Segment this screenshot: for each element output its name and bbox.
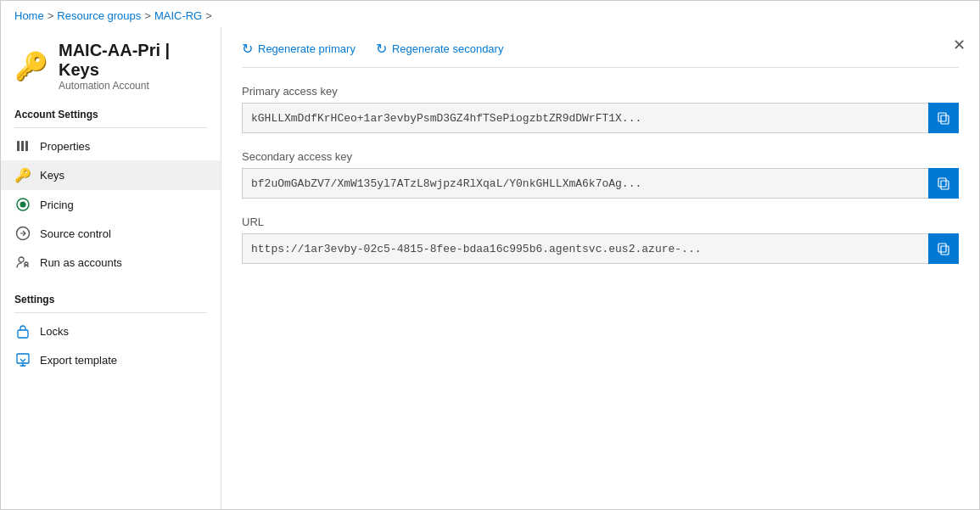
- layout: 🔑 MAIC-AA-Pri | Keys Automation Account …: [1, 27, 979, 509]
- breadcrumb-maic-rg[interactable]: MAIC-RG: [154, 9, 202, 22]
- svg-rect-2: [25, 141, 28, 151]
- breadcrumb-resource-groups[interactable]: Resource groups: [57, 9, 141, 22]
- locks-icon: [14, 323, 31, 339]
- svg-rect-15: [938, 244, 946, 252]
- breadcrumb-sep-2: >: [144, 9, 151, 22]
- copy-icon-2: [937, 177, 950, 190]
- sidebar-item-source-control[interactable]: Source control: [1, 219, 221, 248]
- sidebar-item-run-as[interactable]: Run as accounts: [1, 248, 221, 277]
- primary-key-copy-button[interactable]: [928, 103, 959, 133]
- export-label: Export template: [40, 354, 117, 367]
- properties-label: Properties: [40, 140, 90, 153]
- page-title: MAIC-AA-Pri | Keys: [59, 41, 207, 80]
- url-copy-button[interactable]: [928, 233, 959, 264]
- sidebar-item-pricing[interactable]: Pricing: [1, 190, 221, 219]
- url-row: [242, 233, 959, 264]
- sidebar-item-export[interactable]: Export template: [1, 345, 221, 374]
- settings-divider: [14, 312, 207, 313]
- secondary-key-copy-button[interactable]: [928, 168, 959, 199]
- source-control-icon: [14, 226, 31, 241]
- url-label: URL: [242, 216, 959, 228]
- secondary-key-input[interactable]: [242, 168, 928, 199]
- svg-rect-14: [941, 246, 949, 255]
- keys-icon: 🔑: [14, 167, 31, 183]
- regen-secondary-label: Regenerate secondary: [392, 42, 504, 55]
- sidebar-item-properties[interactable]: Properties: [1, 132, 221, 160]
- resource-icon: 🔑: [14, 50, 48, 82]
- regen-primary-button[interactable]: ↻ Regenerate primary: [242, 41, 356, 57]
- copy-icon-3: [937, 242, 950, 255]
- properties-icon: [14, 138, 31, 154]
- keys-label: Keys: [40, 169, 64, 182]
- secondary-key-label: Secondary access key: [242, 150, 959, 163]
- breadcrumb: Home > Resource groups > MAIC-RG >: [1, 1, 979, 27]
- pricing-label: Pricing: [40, 199, 74, 211]
- source-control-label: Source control: [40, 227, 111, 240]
- svg-rect-12: [941, 181, 949, 189]
- svg-rect-8: [18, 330, 28, 338]
- breadcrumb-home[interactable]: Home: [14, 9, 44, 22]
- primary-key-section: Primary access key: [242, 85, 959, 133]
- regen-primary-icon: ↻: [242, 41, 253, 57]
- run-as-label: Run as accounts: [40, 256, 122, 269]
- svg-rect-11: [938, 113, 946, 121]
- sidebar: 🔑 MAIC-AA-Pri | Keys Automation Account …: [1, 27, 221, 509]
- breadcrumb-sep-1: >: [48, 9, 54, 22]
- url-input[interactable]: [242, 233, 928, 264]
- sidebar-item-locks[interactable]: Locks: [1, 317, 221, 345]
- account-settings-divider: [14, 127, 207, 128]
- export-icon: [14, 352, 31, 367]
- svg-point-4: [20, 202, 26, 208]
- account-settings-section-title: Account Settings: [1, 98, 221, 124]
- run-as-icon: [14, 255, 31, 270]
- regen-primary-label: Regenerate primary: [258, 42, 356, 55]
- svg-rect-1: [21, 141, 24, 151]
- svg-point-6: [19, 257, 24, 262]
- locks-label: Locks: [40, 325, 69, 338]
- settings-section-title: Settings: [1, 283, 221, 309]
- secondary-key-row: [242, 168, 959, 199]
- main-container: Home > Resource groups > MAIC-RG > 🔑 MAI…: [0, 0, 980, 510]
- pricing-icon: [14, 197, 31, 212]
- secondary-key-section: Secondary access key: [242, 150, 959, 199]
- url-section: URL: [242, 216, 959, 264]
- breadcrumb-sep-3: >: [205, 9, 212, 22]
- content-area: ✕ ↻ Regenerate primary ↻ Regenerate seco…: [221, 27, 979, 509]
- regen-secondary-icon: ↻: [376, 41, 387, 57]
- copy-icon: [937, 111, 950, 125]
- primary-key-input[interactable]: [242, 103, 928, 133]
- page-subtitle: Automation Account: [59, 80, 207, 92]
- sidebar-item-keys[interactable]: 🔑 Keys: [1, 160, 221, 190]
- primary-key-row: [242, 103, 959, 133]
- regen-secondary-button[interactable]: ↻ Regenerate secondary: [376, 41, 504, 57]
- svg-rect-13: [938, 178, 946, 187]
- primary-key-label: Primary access key: [242, 85, 959, 98]
- svg-rect-10: [941, 115, 949, 124]
- toolbar: ↻ Regenerate primary ↻ Regenerate second…: [242, 41, 959, 68]
- sidebar-header: 🔑 MAIC-AA-Pri | Keys Automation Account: [1, 27, 221, 98]
- svg-rect-0: [17, 141, 20, 151]
- close-button[interactable]: ✕: [953, 37, 966, 53]
